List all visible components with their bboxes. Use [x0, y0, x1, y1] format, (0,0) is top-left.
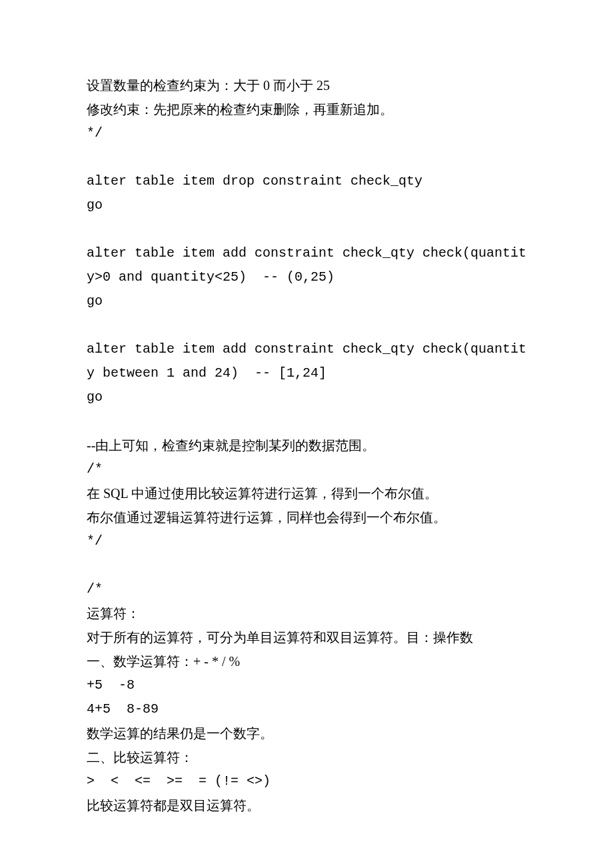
code-line: */	[87, 121, 533, 145]
blank-line	[87, 409, 533, 433]
text-line: 数学运算的结果仍是一个数字。	[87, 721, 533, 745]
code-line: 4+5 8-89	[87, 697, 533, 721]
code-line: go	[87, 385, 533, 409]
text-line: 一、数学运算符：+ - * / %	[87, 649, 533, 673]
text-line: 设置数量的检查约束为：大于 0 而小于 25	[87, 73, 533, 97]
code-line: /*	[87, 457, 533, 481]
text-line: 修改约束：先把原来的检查约束删除，再重新追加。	[87, 97, 533, 121]
blank-line	[87, 313, 533, 337]
text-line: 比较运算符都是双目运算符。	[87, 793, 533, 817]
blank-line	[87, 217, 533, 241]
code-line: alter table item drop constraint check_q…	[87, 169, 533, 193]
text-line: 对于所有的运算符，可分为单目运算符和双目运算符。目：操作数	[87, 625, 533, 649]
text-line: 在 SQL 中通过使用比较运算符进行运算，得到一个布尔值。	[87, 481, 533, 505]
code-line: */	[87, 529, 533, 553]
text-line: 布尔值通过逻辑运算符进行运算，同样也会得到一个布尔值。	[87, 505, 533, 529]
code-line: +5 -8	[87, 673, 533, 697]
code-line: /*	[87, 577, 533, 601]
text-line: 运算符：	[87, 601, 533, 625]
code-line: go	[87, 193, 533, 217]
code-line: > < <= >= = (!= <>)	[87, 769, 533, 793]
code-line: go	[87, 289, 533, 313]
document-page: 设置数量的检查约束为：大于 0 而小于 25修改约束：先把原来的检查约束删除，再…	[0, 0, 613, 868]
code-line: alter table item add constraint check_qt…	[87, 337, 533, 385]
blank-line	[87, 553, 533, 577]
code-line: alter table item add constraint check_qt…	[87, 241, 533, 289]
text-line: 二、比较运算符：	[87, 745, 533, 769]
text-line: --由上可知，检查约束就是控制某列的数据范围。	[87, 433, 533, 457]
blank-line	[87, 145, 533, 169]
